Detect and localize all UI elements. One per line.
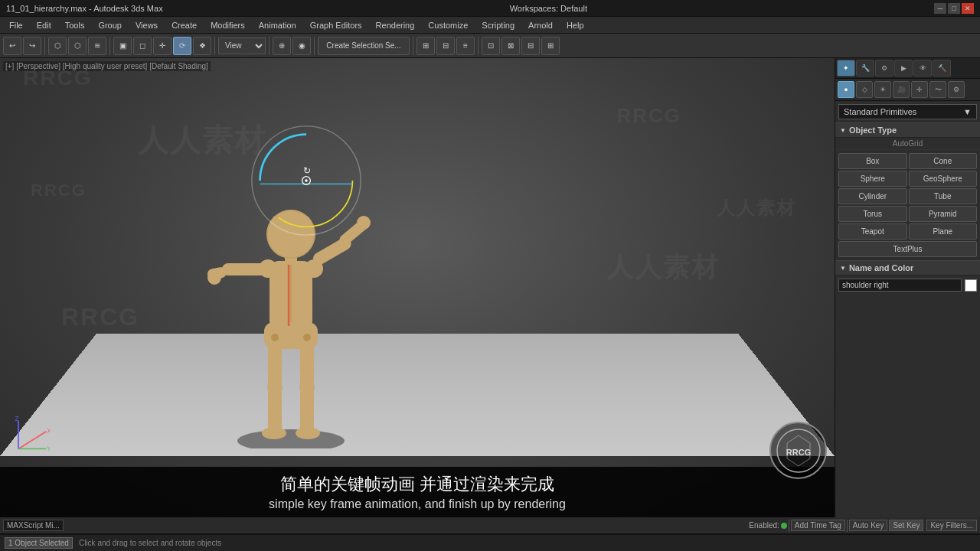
separator2: [847, 520, 848, 532]
select-button[interactable]: ▣: [113, 37, 132, 55]
rotate-button[interactable]: ⟳: [173, 37, 191, 55]
workspace-label: Workspaces: Default: [510, 4, 587, 13]
tab-motion[interactable]: ▶: [894, 60, 913, 77]
prim-teapot[interactable]: Teapot: [838, 223, 907, 240]
menu-create[interactable]: Create: [165, 19, 203, 31]
arrow-icon: ▼: [840, 127, 846, 134]
angle-snap[interactable]: ◉: [292, 37, 311, 55]
tab-utilities[interactable]: 🔨: [933, 60, 951, 77]
tab-modify[interactable]: 🔧: [856, 60, 874, 77]
viewport-label: [+] [Perspective] [High quality user pre…: [3, 61, 211, 71]
name-color-header[interactable]: ▼ Name and Color: [835, 260, 980, 276]
prim-box[interactable]: Box: [838, 153, 907, 169]
viewport[interactable]: RRCG 人人素材 RRCG 人人素材 RRCG 人人素材 RRCG 人人素材 …: [0, 58, 835, 517]
menu-views[interactable]: Views: [129, 19, 164, 31]
prim-geosphere[interactable]: GeoSphere: [909, 171, 978, 187]
maxscript-mini[interactable]: MAXScript Mi...: [3, 520, 64, 531]
prim-cylinder[interactable]: Cylinder: [838, 188, 907, 204]
icon-spacewarps[interactable]: 〜: [929, 81, 946, 98]
svg-text:X: X: [47, 428, 50, 435]
panel-icons: ● ◇ ☀ 🎥 ✛ 〜 ⚙: [835, 79, 980, 101]
close-button[interactable]: ✕: [962, 3, 974, 14]
rotation-gizmo[interactable]: ↻: [245, 119, 368, 242]
svg-point-25: [303, 334, 311, 341]
subtitle-bar: 简单的关键帧动画 并通过渲染来完成 simple key frame anima…: [0, 467, 835, 517]
autogrid-label: AutoGrid: [835, 138, 980, 150]
icon-shapes[interactable]: ◇: [856, 81, 873, 98]
menu-help[interactable]: Help: [560, 19, 590, 31]
prim-torus[interactable]: Torus: [838, 206, 907, 222]
prim-tube[interactable]: Tube: [909, 188, 978, 204]
primitives-label: Standard Primitives: [844, 107, 916, 116]
viewport-layout-2[interactable]: ⊠: [501, 37, 520, 55]
menu-modifiers[interactable]: Modifiers: [204, 19, 251, 31]
tab-hierarchy[interactable]: ⚙: [875, 60, 893, 77]
enabled-indicator: [781, 523, 787, 529]
maximize-button[interactable]: □: [948, 3, 960, 14]
icon-lights[interactable]: ☀: [874, 81, 891, 98]
menu-arnold[interactable]: Arnold: [522, 19, 559, 31]
object-type-label: Object Type: [849, 126, 897, 135]
container-button[interactable]: ⊟: [436, 37, 455, 55]
icon-geometry[interactable]: ●: [838, 81, 854, 98]
unlink-button[interactable]: ⬡: [68, 37, 87, 55]
prim-sphere[interactable]: Sphere: [838, 171, 907, 187]
svg-point-24: [271, 334, 279, 341]
reference-coord-dropdown[interactable]: View World Screen: [218, 37, 266, 54]
viewport-layout-1[interactable]: ⊡: [482, 37, 500, 55]
primitives-grid: Box Cone Sphere GeoSphere Cylinder Tube …: [835, 150, 980, 260]
icon-helpers[interactable]: ✛: [911, 81, 928, 98]
svg-line-32: [18, 432, 46, 449]
ribbon-button[interactable]: ≡: [456, 37, 475, 55]
snap-toggle[interactable]: ⊕: [273, 37, 291, 55]
select-region-button[interactable]: ◻: [133, 37, 152, 55]
redo-button[interactable]: ↪: [23, 37, 41, 55]
separator-3: [214, 37, 215, 55]
create-selection-set[interactable]: Create Selection Se...: [318, 37, 410, 55]
object-type-header[interactable]: ▼ Object Type: [835, 122, 980, 138]
prim-cone[interactable]: Cone: [909, 153, 978, 169]
menu-scripting[interactable]: Scripting: [475, 19, 521, 31]
object-name-input[interactable]: [838, 279, 962, 292]
prim-plane[interactable]: Plane: [909, 223, 978, 240]
key-filters-btn[interactable]: Key Filters...: [926, 520, 977, 531]
tab-create[interactable]: ✦: [837, 60, 855, 77]
menu-file[interactable]: File: [3, 19, 29, 31]
minimize-button[interactable]: ─: [934, 3, 946, 14]
selection-count: 1 Object Selected: [5, 537, 73, 549]
svg-point-20: [207, 271, 221, 285]
color-swatch[interactable]: [965, 279, 977, 292]
viewport-layout-4[interactable]: ⊞: [541, 37, 560, 55]
menu-tools[interactable]: Tools: [59, 19, 91, 31]
menu-rendering[interactable]: Rendering: [370, 19, 421, 31]
right-panel: ✦ 🔧 ⚙ ▶ 👁 🔨 ● ◇ ☀ 🎥 ✛ 〜 ⚙ Standard Primi…: [835, 58, 980, 517]
name-color-row: [838, 279, 977, 292]
menu-customize[interactable]: Customize: [422, 19, 474, 31]
svg-point-0: [237, 429, 345, 448]
auto-key-btn[interactable]: Auto Key: [849, 520, 888, 531]
name-color-label: Name and Color: [849, 263, 913, 272]
viewport-layout-3[interactable]: ⊟: [521, 37, 540, 55]
name-color-section: [835, 276, 980, 295]
menu-edit[interactable]: Edit: [31, 19, 57, 31]
icon-systems[interactable]: ⚙: [948, 81, 965, 98]
tab-display[interactable]: 👁: [913, 60, 932, 77]
set-key-btn[interactable]: Set Key: [889, 520, 923, 531]
move-button[interactable]: ✛: [153, 37, 172, 55]
time-tag-btn[interactable]: Add Time Tag: [791, 520, 845, 531]
menu-group[interactable]: Group: [92, 19, 128, 31]
status-hint: Click and drag to select and rotate obje…: [79, 539, 221, 547]
link-button[interactable]: ⬡: [48, 37, 67, 55]
layer-manager[interactable]: ⊞: [416, 37, 435, 55]
menu-animation[interactable]: Animation: [253, 19, 302, 31]
scale-button[interactable]: ❖: [193, 37, 211, 55]
prim-textplus[interactable]: TextPlus: [838, 241, 977, 257]
prim-pyramid[interactable]: Pyramid: [909, 206, 978, 222]
window-controls: ─ □ ✕: [934, 3, 974, 14]
primitives-dropdown[interactable]: Standard Primitives ▼: [838, 104, 977, 119]
bind-button[interactable]: ≋: [88, 37, 106, 55]
icon-cameras[interactable]: 🎥: [893, 81, 910, 98]
main-layout: RRCG 人人素材 RRCG 人人素材 RRCG 人人素材 RRCG 人人素材 …: [0, 58, 980, 517]
menu-graph-editors[interactable]: Graph Editors: [304, 19, 368, 31]
undo-button[interactable]: ↩: [3, 37, 21, 55]
